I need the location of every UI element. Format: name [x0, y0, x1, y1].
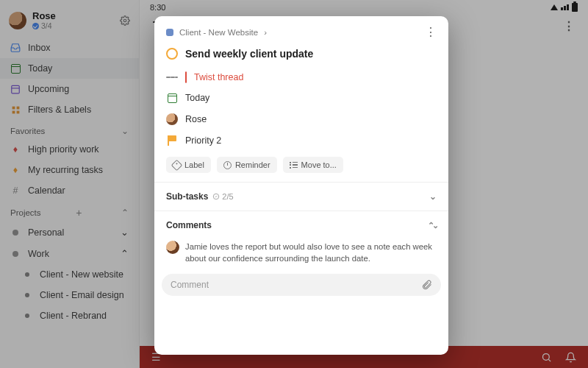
comment-composer[interactable]: Comment: [162, 274, 441, 296]
label-button[interactable]: Label: [166, 157, 211, 173]
task-description-row[interactable]: Twist thread: [166, 67, 437, 88]
commenter-avatar: [166, 241, 179, 254]
calendar-icon: [166, 93, 178, 103]
clock-icon: [223, 161, 232, 169]
reminder-button[interactable]: Reminder: [217, 157, 277, 173]
kebab-icon[interactable]: ⋮: [425, 25, 437, 39]
comment-item: Jamie loves the report but would also lo…: [166, 239, 437, 274]
flag-icon: [166, 135, 178, 146]
comments-header[interactable]: Comments ⌃⌄: [166, 211, 437, 239]
comment-text: Jamie loves the report but would also lo…: [185, 241, 437, 265]
expand-collapse-icon[interactable]: ⌃⌄: [428, 221, 437, 230]
project-icon: [166, 29, 173, 36]
twist-thread-link[interactable]: Twist thread: [194, 72, 243, 82]
subtasks-header[interactable]: Sub-tasks 2/5 ⌄: [166, 183, 437, 210]
composer-placeholder: Comment: [171, 280, 209, 290]
link-icon: [185, 72, 187, 82]
task-title[interactable]: Send weekly client update: [185, 48, 313, 60]
move-button[interactable]: Move to...: [283, 157, 343, 173]
assignee-avatar: [166, 113, 178, 125]
breadcrumb[interactable]: Client - New Website › ⋮: [166, 25, 437, 45]
task-detail-sheet: Client - New Website › ⋮ Send weekly cli…: [154, 16, 448, 355]
move-icon: [290, 162, 298, 169]
task-due-row[interactable]: Today: [166, 88, 437, 108]
task-checkbox[interactable]: [166, 48, 178, 60]
subtasks-count: 2/5: [212, 192, 233, 201]
task-priority-row[interactable]: Priority 2: [166, 130, 437, 151]
tag-icon: [171, 159, 183, 171]
chevron-right-icon: ›: [264, 28, 267, 37]
attachment-icon[interactable]: [422, 280, 432, 290]
task-title-row: Send weekly client update: [166, 45, 437, 67]
description-icon: [166, 75, 178, 79]
task-assignee-row[interactable]: Rose: [166, 108, 437, 130]
chevron-down-icon[interactable]: ⌄: [429, 191, 437, 202]
